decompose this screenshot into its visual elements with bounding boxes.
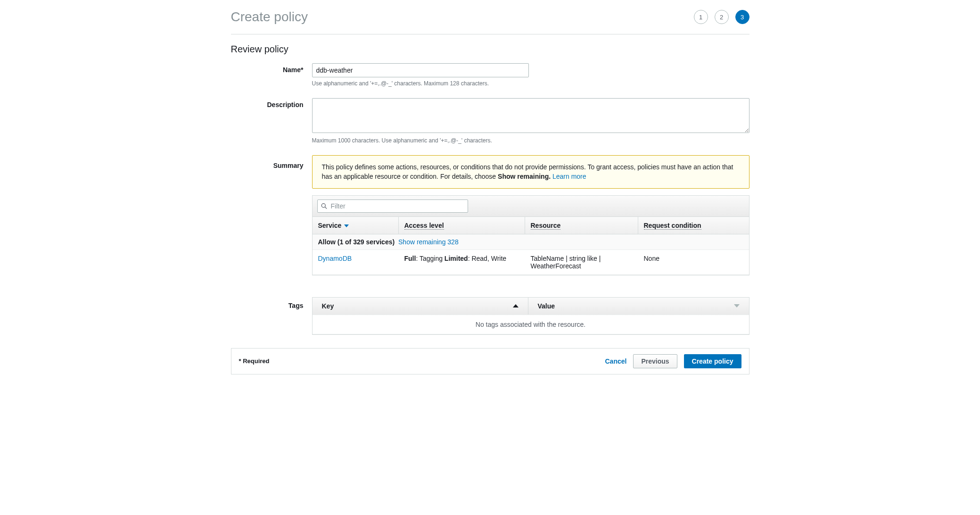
cell-condition: None bbox=[638, 250, 749, 274]
col-resource[interactable]: Resource bbox=[525, 217, 638, 234]
cancel-button[interactable]: Cancel bbox=[605, 357, 627, 365]
wizard-step-2[interactable]: 2 bbox=[715, 10, 729, 24]
name-hint: Use alphanumeric and '+=,.@-_' character… bbox=[312, 80, 749, 87]
filter-input[interactable] bbox=[317, 199, 468, 213]
summary-label: Summary bbox=[231, 155, 312, 275]
col-access-level[interactable]: Access level bbox=[399, 217, 525, 234]
tags-table: Key Value No tags associated with the re… bbox=[312, 297, 749, 335]
filter-bar bbox=[313, 196, 749, 217]
description-label: Description bbox=[231, 98, 312, 152]
caret-down-icon bbox=[344, 224, 349, 227]
tags-empty-message: No tags associated with the resource. bbox=[313, 315, 749, 334]
page-title: Create policy bbox=[231, 9, 308, 25]
row-tags: Tags Key Value No tags associated with t… bbox=[231, 297, 749, 335]
tags-table-head: Key Value bbox=[313, 298, 749, 315]
wizard-step-3[interactable]: 3 bbox=[735, 10, 749, 24]
learn-more-link[interactable]: Learn more bbox=[552, 173, 586, 180]
section-title: Review policy bbox=[231, 44, 749, 55]
allow-summary-row: Allow (1 of 329 services) Show remaining… bbox=[313, 234, 749, 250]
row-summary: Summary This policy defines some actions… bbox=[231, 155, 749, 275]
name-input[interactable] bbox=[312, 63, 529, 77]
description-input[interactable] bbox=[312, 98, 749, 133]
sort-asc-icon bbox=[513, 304, 519, 307]
wizard-step-1[interactable]: 1 bbox=[694, 10, 708, 24]
sort-desc-icon bbox=[734, 304, 740, 307]
service-dynamodb-link[interactable]: DynamoDB bbox=[318, 255, 352, 262]
table-row: DynamoDB Full: Tagging Limited: Read, Wr… bbox=[313, 250, 749, 275]
page-header: Create policy 1 2 3 bbox=[231, 9, 749, 34]
summary-table-head: Service Access level Resource Request co… bbox=[313, 217, 749, 234]
tags-col-key[interactable]: Key bbox=[313, 298, 528, 315]
row-name: Name* Use alphanumeric and '+=,.@-_' cha… bbox=[231, 63, 749, 95]
footer-bar: * Required Cancel Previous Create policy bbox=[231, 348, 749, 374]
previous-button[interactable]: Previous bbox=[633, 354, 677, 368]
create-policy-button[interactable]: Create policy bbox=[684, 354, 741, 368]
wizard-steps: 1 2 3 bbox=[694, 10, 749, 24]
col-request-condition[interactable]: Request condition bbox=[638, 217, 749, 234]
summary-table: Service Access level Resource Request co… bbox=[312, 195, 749, 275]
required-note: * Required bbox=[239, 357, 270, 365]
row-description: Description Maximum 1000 characters. Use… bbox=[231, 98, 749, 152]
description-hint: Maximum 1000 characters. Use alphanumeri… bbox=[312, 137, 749, 144]
col-service[interactable]: Service bbox=[313, 217, 399, 234]
cell-access-level: Full: Tagging Limited: Read, Write bbox=[399, 250, 525, 274]
cell-resource: TableName | string like | WeatherForecas… bbox=[525, 250, 638, 274]
allow-label: Allow (1 of 329 services) bbox=[318, 238, 395, 246]
show-remaining-link[interactable]: Show remaining 328 bbox=[398, 238, 459, 246]
warning-strong: Show remaining. bbox=[498, 173, 551, 180]
summary-warning: This policy defines some actions, resour… bbox=[312, 155, 749, 189]
tags-col-value[interactable]: Value bbox=[528, 298, 749, 315]
tags-label: Tags bbox=[231, 297, 312, 335]
name-label: Name* bbox=[231, 63, 312, 95]
